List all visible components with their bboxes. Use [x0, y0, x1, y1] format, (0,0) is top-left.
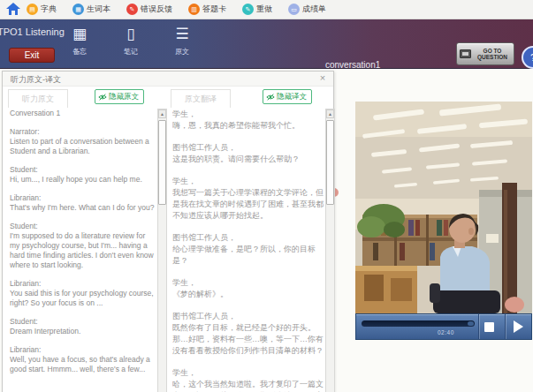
paragraph-text: 嗨，恩，我真的希望你能帮我个忙。	[172, 120, 324, 132]
scroll-up-icon[interactable]: ▲	[158, 109, 166, 118]
nav-item-label: 原文	[166, 47, 198, 57]
paragraph-text: Dream Interpretation.	[10, 327, 156, 336]
panel-title: 听力原文-译文	[11, 74, 61, 86]
go-to-question-button[interactable]: GO TO QUESTION	[456, 42, 514, 65]
toolbar-item[interactable]: ▭ 成绩单	[288, 4, 326, 15]
paragraph-text: 《梦的解析》。	[172, 289, 324, 300]
help-button[interactable]: ?	[522, 46, 533, 69]
paragraph-text: 这是我的职责。请问需要什么帮助？	[172, 154, 324, 165]
toolbar-item-icon: ✎	[126, 4, 138, 15]
speaker-label: Librarian:	[10, 279, 156, 289]
speaker-label: Student:	[10, 165, 156, 175]
panel-title-bar: 听力原文-译文 ×	[3, 72, 333, 87]
progress-bar[interactable]	[362, 320, 475, 327]
toolbar-item-icon: ✎	[242, 4, 254, 15]
toolbar-item[interactable]: ▥ 答题卡	[188, 4, 226, 15]
nav-item-label: 备忘	[64, 47, 95, 57]
divider	[505, 314, 506, 339]
speaker-label: Student:	[10, 222, 156, 231]
close-icon[interactable]: ×	[317, 72, 328, 83]
tab-translation[interactable]: 原文翻译	[171, 89, 231, 108]
transcript-paragraph: Student: I'm supposed to do a literature…	[10, 222, 156, 270]
transcript-panel: 听力原文-译文 × 听力原文 隐藏原文 原文翻译 隐藏译文	[2, 71, 334, 392]
toolbar-item-label: 生词本	[87, 4, 110, 15]
nav-item-icon: ▦	[64, 25, 95, 44]
transcript-paragraph: Student: Dream Interpretation.	[10, 317, 156, 336]
paragraph-text: That's why I'm here. What can I do for y…	[10, 203, 156, 213]
transcript-paragraph: Librarian: Well, you have a focus, so th…	[10, 345, 156, 374]
toolbar-item-icon: ▥	[188, 4, 200, 15]
speaker-label: Librarian:	[10, 193, 156, 203]
header-bar: TPO1 Listening Exit ▦ 备忘 ▯ 笔记 ☰ 原文 conve	[0, 19, 533, 69]
paragraph-text: 给心理学做准备，是吧？所以，你的目标是？	[172, 244, 324, 267]
original-text-column: Conversation 1 Narrator: Listen to part …	[10, 109, 167, 392]
toolbar-item-icon: ▦	[72, 4, 84, 15]
original-scrollbar[interactable]: ▲ ▼	[157, 109, 167, 392]
scrollbar-thumb[interactable]	[326, 120, 334, 205]
time-display: 02:40	[438, 329, 454, 335]
toolbar-item-label: 答题卡	[202, 4, 226, 15]
scroll-up-icon[interactable]: ▲	[326, 109, 334, 118]
paragraph-text: Well, you have a focus, so that's alread…	[10, 355, 156, 374]
translation-scrollbar[interactable]: ▲ ▼	[325, 109, 335, 392]
toolbar-item-label: 错误反馈	[141, 4, 172, 15]
transcript-paragraph: 学生， 《梦的解析》。	[172, 277, 324, 300]
speaker-label: 学生，	[172, 367, 324, 379]
stop-button[interactable]	[484, 322, 494, 332]
home-icon	[6, 3, 20, 16]
top-toolbar: ▤ 字典 ▦ 生词本 ✎ 错误反馈 ▥ 答题卡	[0, 0, 533, 19]
header-nav-item[interactable]: ☰ 原文	[166, 25, 198, 57]
scrollbar-thumb[interactable]	[158, 120, 166, 205]
transcript-columns: Conversation 1 Narrator: Listen to part …	[3, 109, 333, 392]
page-title: TPO1 Listening	[0, 26, 65, 37]
toolbar-item-label: 字典	[41, 4, 57, 15]
speaker-label: Librarian:	[10, 345, 156, 355]
paragraph-text: 哈，这个我当然知道啦。我才复印了一篇文章，但还需要从三个不同期刊上选取三篇文章。	[172, 379, 324, 392]
hide-translation-button[interactable]: 隐藏译文	[263, 89, 312, 104]
transcript-paragraph: Student: Hi, um..., I really hope you ca…	[10, 165, 156, 185]
paragraph-text: You said this is for your psychology cou…	[10, 289, 156, 308]
app-window: ▤ 字典 ▦ 生词本 ✎ 错误反馈 ▥ 答题卡	[0, 0, 533, 392]
hide-original-button[interactable]: 隐藏原文	[95, 89, 144, 104]
paragraph-text: I'm supposed to do a literature review f…	[10, 231, 156, 270]
transcript-paragraph: 学生， 我想写一篇关于心理学课程的文学评论，但是我在找文章的时候遇到了困难，甚至…	[172, 176, 324, 222]
transcript-paragraph: 图书馆工作人员， 这是我的职责。请问需要什么帮助？	[172, 142, 324, 165]
transcript-paragraph: 图书馆工作人员， 既然你有了目标，就已经是个好的开头。那…好吧，资料有一些…噢，…	[172, 311, 324, 357]
header-nav-item[interactable]: ▦ 备忘	[64, 25, 95, 57]
paragraph-text: Conversation 1	[10, 109, 156, 118]
exit-button[interactable]: Exit	[9, 48, 55, 63]
transcript-paragraph: Librarian: That's why I'm here. What can…	[10, 193, 156, 213]
transcript-paragraph: Librarian: You said this is for your psy…	[10, 279, 156, 308]
toolbar-item[interactable]: ✎ 重做	[242, 4, 272, 15]
video-frame	[355, 102, 532, 313]
conversation-label: conversation1	[325, 60, 380, 70]
toolbar-item[interactable]: ▦ 生词本	[72, 4, 110, 15]
transcript-paragraph: Narrator: Listen to part of a conversati…	[10, 127, 156, 156]
translation-content: 学生， 嗨，恩，我真的希望你能帮我个忙。 图书馆工作人员， 这是我的职责。请问需…	[172, 109, 324, 392]
eye-off-icon	[266, 93, 275, 102]
paragraph-text: 既然你有了目标，就已经是个好的开头。那…好吧，资料有一些…噢，等一下…你有没有看…	[172, 322, 324, 357]
transcript-paragraph: 图书馆工作人员， 给心理学做准备，是吧？所以，你的目标是？	[172, 232, 324, 267]
nav-item-icon: ☰	[166, 25, 198, 44]
tab-original-text[interactable]: 听力原文	[8, 89, 68, 108]
speaker-label: 图书馆工作人员，	[172, 142, 324, 154]
transcript-paragraph: 学生， 嗨，恩，我真的希望你能帮我个忙。	[172, 109, 324, 132]
paragraph-text: Hi, um..., I really hope you can help me…	[10, 175, 156, 185]
speaker-label: 图书馆工作人员，	[172, 232, 324, 244]
original-text-content: Conversation 1 Narrator: Listen to part …	[10, 109, 156, 392]
toolbar-item[interactable]: ▤ 字典	[27, 4, 57, 15]
progress-remaining	[468, 321, 474, 326]
screen-icon	[460, 49, 471, 58]
home-button[interactable]	[0, 0, 27, 19]
eye-off-icon	[98, 93, 107, 102]
speaker-label: 学生，	[172, 109, 324, 120]
header-nav-item[interactable]: ▯ 笔记	[115, 25, 147, 57]
speaker-label: 学生，	[172, 277, 324, 289]
paragraph-text: Listen to part of a conversation between…	[10, 137, 156, 156]
toolbar-item[interactable]: ✎ 错误反馈	[126, 4, 172, 15]
toolbar-item-label: 成绩单	[302, 4, 326, 15]
play-button[interactable]	[514, 320, 523, 333]
toolbar-item-icon: ▤	[27, 4, 38, 15]
toolbar-items: ▤ 字典 ▦ 生词本 ✎ 错误反馈 ▥ 答题卡	[27, 4, 342, 15]
hide-translation-label: 隐藏译文	[277, 90, 307, 103]
